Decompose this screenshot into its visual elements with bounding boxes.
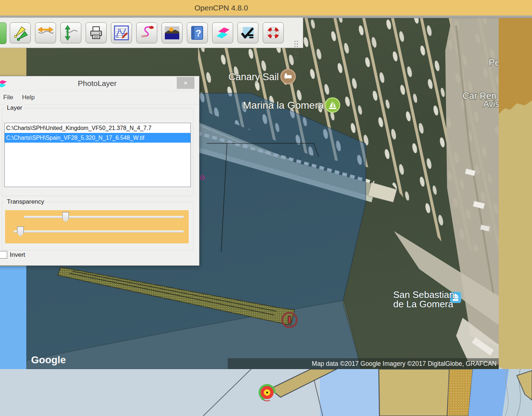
close-button[interactable]: × [177,77,194,89]
route-manager-button[interactable] [111,22,132,43]
help-button[interactable]: ? [187,22,208,43]
help-icon: ? [189,25,205,41]
checklist-plugin-button[interactable] [237,22,258,43]
dialog-menubar: File Help [0,91,199,105]
label-marina: Marina la Gomera [243,100,324,111]
label-pe: Pe [489,57,500,68]
transparency-slider-track-1[interactable] [24,216,184,218]
toolbar-grip-handle[interactable] [294,40,299,60]
color-scheme-button[interactable] [162,22,183,43]
layer-list-item-selected[interactable]: C:\Charts\SPH\Spain_VF28_5.320_N_17_6.54… [5,133,190,143]
photolayer-plugin-button[interactable] [212,22,233,43]
print-button[interactable] [86,22,107,43]
chart-highland-right [499,18,532,114]
transparency-group-label: Transparency [5,198,46,205]
mob-button[interactable] [263,22,284,43]
layer-groupbox: Layer C:\Charts\SPH\United_Kingdom_VF50_… [2,108,193,196]
dialog-title: PhotoLayer [0,79,199,88]
transparency-slider-thumb-1[interactable] [62,212,69,222]
map-attribution: Map data ©2017 Google Imagery ©2017 Digi… [312,360,497,367]
color-scheme-icon [164,25,180,41]
photolayer-dialog: PhotoLayer × File Help Layer C:\Charts\S… [0,76,200,266]
dialog-titlebar[interactable]: PhotoLayer × [0,76,199,91]
scale-in-button[interactable] [60,22,81,43]
transparency-panel [5,210,189,243]
layer-group-label: Layer [5,104,24,112]
transparency-slider-track-2[interactable] [14,230,184,233]
track-button[interactable] [136,22,157,43]
transparency-groupbox: Transparency [2,202,193,250]
menu-file[interactable]: File [3,94,13,101]
chart-water-left [0,266,26,369]
opencpn-window: { "window": { "title": "OpenCPN 4.8.0" }… [0,0,532,416]
scale-out-icon [38,25,53,41]
follow-button[interactable] [10,22,31,43]
mob-icon [265,25,281,41]
svg-text:?: ? [196,28,201,39]
route-manager-icon [113,25,129,41]
invert-checkbox[interactable] [0,251,7,259]
label-san-sebastian-2: de La Gomera [393,299,454,309]
label-avis: Avis [483,99,499,109]
checklist-plugin-icon [240,25,256,41]
photolayer-icon [215,25,231,41]
label-canary-sail: Canary Sail [228,72,279,82]
track-icon [139,25,155,41]
transparency-slider-thumb-2[interactable] [17,226,24,237]
layer-list-item[interactable]: C:\Charts\SPH\United_Kingdom_VF50_21.378… [5,123,190,133]
window-title: OpenCPN 4.8.0 [194,4,248,12]
window-titlebar[interactable]: OpenCPN 4.8.0 [0,0,532,16]
layer-listbox[interactable]: C:\Charts\SPH\United_Kingdom_VF50_21.378… [4,123,191,187]
zoom-in-button-partial[interactable] [0,22,7,44]
main-toolbar: ? [0,18,303,48]
menu-help[interactable]: Help [22,94,35,101]
print-icon [88,25,104,41]
follow-icon [12,25,28,41]
google-logo: Google [31,354,66,365]
scale-in-icon [63,25,79,41]
invert-label: Invert [10,251,25,259]
scale-out-button[interactable] [35,22,56,43]
